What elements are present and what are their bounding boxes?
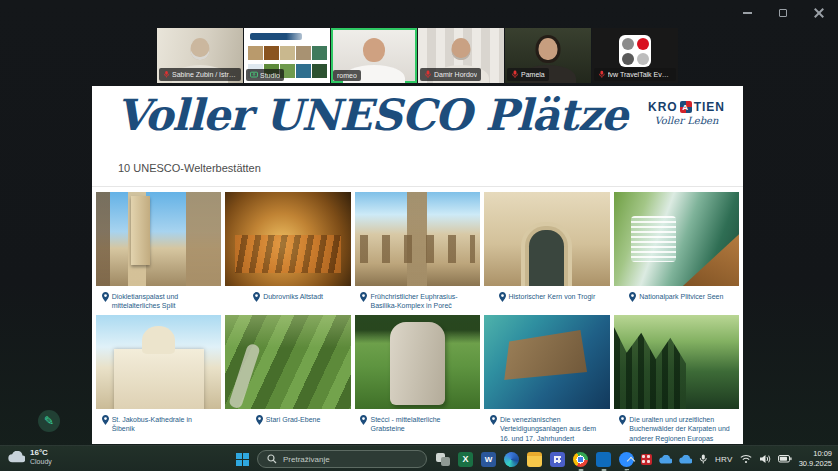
site-caption: Die venezianischen Verteidigungsanlagen … bbox=[500, 415, 604, 443]
wifi-icon[interactable] bbox=[740, 454, 752, 464]
site-card-beech-forests: Die uralten und urzeitlichen Buchenwälde… bbox=[614, 315, 739, 444]
site-card-stecci: Stećci - mittelalterliche Grabsteine bbox=[355, 315, 480, 444]
photo-primeval-beech-forest bbox=[614, 315, 739, 409]
logo-text-post: TIEN bbox=[694, 100, 725, 114]
site-card-stari-grad: Stari Grad-Ebene bbox=[225, 315, 350, 444]
avatar bbox=[539, 38, 558, 60]
site-card-split: Diokletianspalast und mittelalterliches … bbox=[96, 192, 221, 315]
unesco-sites-grid: Diokletianspalast und mittelalterliches … bbox=[96, 192, 739, 444]
participant-tile-pamela[interactable]: Pamela bbox=[505, 28, 591, 83]
croatia-checkerboard-icon: A bbox=[680, 101, 692, 113]
avatar bbox=[452, 38, 471, 60]
site-caption: Die uralten und urzeitlichen Buchenwälde… bbox=[629, 415, 733, 443]
mini-slide-images-row1 bbox=[248, 46, 327, 60]
site-caption: Diokletianspalast und mittelalterliches … bbox=[112, 292, 216, 311]
photo-trogir-stone-portal bbox=[484, 192, 609, 286]
excel-app-icon[interactable] bbox=[458, 452, 473, 467]
search-icon bbox=[267, 454, 277, 464]
windows-taskbar: 16°C Cloudy HRV bbox=[0, 445, 838, 471]
shared-slide: Voller UNESCO Plätze KROATIEN Voller Leb… bbox=[92, 86, 743, 444]
participant-name-label: Pamela bbox=[507, 68, 549, 81]
location-pin-icon bbox=[499, 292, 506, 302]
location-pin-icon bbox=[253, 292, 260, 302]
chrome-app-icon[interactable] bbox=[573, 452, 588, 467]
site-card-porec: Frühchristlicher Euphrasius-Basilika-Kom… bbox=[355, 192, 480, 315]
file-explorer-icon[interactable] bbox=[527, 452, 542, 467]
location-pin-icon bbox=[360, 292, 367, 302]
site-caption: Frühchristlicher Euphrasius-Basilika-Kom… bbox=[370, 292, 474, 311]
slide-title: Voller UNESCO Plätze bbox=[116, 90, 627, 140]
task-view-button[interactable] bbox=[435, 452, 450, 467]
tray-time: 10:09 bbox=[799, 449, 832, 459]
site-caption: Dubrovniks Altstadt bbox=[263, 292, 323, 310]
participant-tile-romeo-active-speaker[interactable]: romeo bbox=[331, 28, 417, 83]
photo-venetian-fortress-aerial bbox=[484, 315, 609, 409]
muted-mic-icon bbox=[424, 70, 432, 79]
site-caption: Stari Grad-Ebene bbox=[266, 415, 320, 433]
weather-condition: Cloudy bbox=[30, 458, 52, 466]
slide-subtitle: 10 UNESCO-Welterbestätten bbox=[118, 162, 261, 174]
battery-icon[interactable] bbox=[778, 455, 792, 463]
participant-tile-sabine[interactable]: Sabine Zubin / Istrien ... bbox=[157, 28, 243, 83]
edge-app-icon[interactable] bbox=[504, 452, 519, 467]
avatar bbox=[191, 38, 210, 60]
taskbar-center bbox=[236, 446, 634, 471]
cloud-sync-icon[interactable] bbox=[679, 455, 692, 464]
location-pin-icon bbox=[256, 415, 263, 425]
fvw-traveltalk-logo bbox=[619, 35, 651, 67]
weather-temp: 16°C bbox=[30, 448, 52, 458]
volume-icon[interactable] bbox=[759, 454, 771, 464]
participant-name-label: Studio bbox=[246, 69, 284, 81]
location-pin-icon bbox=[490, 415, 497, 425]
photo-diocletians-palace-split bbox=[96, 192, 221, 286]
tray-date: 30.9.2025 bbox=[799, 459, 832, 469]
close-button[interactable] bbox=[808, 4, 830, 22]
participant-name-label: Damir Hordov bbox=[420, 68, 481, 81]
taskbar-search[interactable] bbox=[257, 450, 427, 468]
clock[interactable]: 10:09 30.9.2025 bbox=[799, 449, 832, 469]
onedrive-cloud-icon[interactable] bbox=[659, 455, 672, 464]
taskbar-weather-widget[interactable]: 16°C Cloudy bbox=[8, 448, 52, 466]
site-card-venetian-defences: Die venezianischen Verteidigungsanlagen … bbox=[484, 315, 609, 444]
photo-dubrovnik-old-town-night bbox=[225, 192, 350, 286]
site-card-sibenik: St. Jakobus-Kathedrale in Šibenik bbox=[96, 315, 221, 444]
participant-name: Studio bbox=[260, 72, 280, 79]
participant-tile-fvw[interactable]: fvw TravelTalk Events bbox=[592, 28, 678, 83]
participant-name-label: romeo bbox=[333, 70, 361, 81]
minimize-icon bbox=[743, 12, 752, 14]
muted-mic-icon bbox=[163, 70, 170, 79]
photo-plitvice-lakes bbox=[614, 192, 739, 286]
photo-sibenik-cathedral bbox=[96, 315, 221, 409]
maximize-button[interactable] bbox=[772, 4, 794, 22]
photo-stecci-tombstone bbox=[355, 315, 480, 409]
language-indicator[interactable]: HRV bbox=[715, 455, 733, 464]
croatia-tourism-logo: KROATIEN Voller Leben bbox=[648, 100, 725, 126]
word-app-icon[interactable] bbox=[481, 452, 496, 467]
participant-name: Sabine Zubin / Istrien ... bbox=[172, 71, 237, 78]
participant-name: fvw TravelTalk Events bbox=[608, 71, 672, 78]
participant-tile-damir[interactable]: Damir Hordov bbox=[418, 28, 504, 83]
site-caption: Stećci - mittelalterliche Grabsteine bbox=[370, 415, 474, 434]
start-button[interactable] bbox=[236, 453, 249, 466]
participant-tile-studio[interactable]: Studio bbox=[244, 28, 330, 83]
outlook-app-icon[interactable] bbox=[596, 452, 611, 467]
participant-name-label: Sabine Zubin / Istrien ... bbox=[159, 68, 241, 81]
search-input[interactable] bbox=[283, 455, 417, 464]
location-pin-icon bbox=[619, 415, 626, 425]
tray-mic-icon[interactable] bbox=[699, 454, 708, 465]
calendar-app-icon[interactable] bbox=[550, 452, 565, 467]
pencil-icon: ✎ bbox=[44, 414, 54, 428]
site-card-trogir: Historischer Kern von Trogir bbox=[484, 192, 609, 315]
divider bbox=[92, 186, 743, 187]
participant-name: Pamela bbox=[521, 71, 545, 78]
minimize-button[interactable] bbox=[736, 4, 758, 22]
tray-expand-chevron-icon[interactable] bbox=[627, 456, 634, 463]
location-pin-icon bbox=[102, 415, 109, 425]
photo-euphrasius-basilica-porec bbox=[355, 192, 480, 286]
red-tray-app-icon[interactable] bbox=[641, 454, 652, 465]
annotate-pencil-button[interactable]: ✎ bbox=[38, 410, 60, 432]
muted-mic-icon bbox=[598, 70, 606, 79]
avatar bbox=[363, 38, 385, 62]
site-card-dubrovnik: Dubrovniks Altstadt bbox=[225, 192, 350, 315]
mini-slide-title bbox=[250, 33, 302, 40]
